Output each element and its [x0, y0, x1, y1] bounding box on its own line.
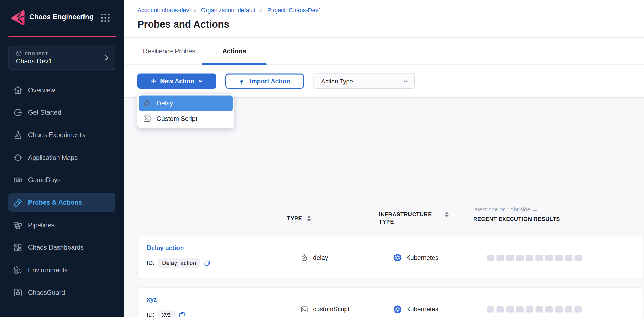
action-name-link[interactable]: Delay action — [147, 244, 184, 252]
id-label: ID: — [147, 311, 154, 317]
execution-placeholder-square — [497, 306, 504, 312]
upload-icon — [239, 78, 246, 84]
project-selector[interactable]: PROJECT Chaos-Dev1 — [8, 46, 115, 70]
recent-execution-placeholders — [487, 288, 582, 317]
stopwatch-icon — [301, 254, 308, 262]
plus-icon — [150, 78, 157, 84]
sidebar-item-label: ChaosGuard — [28, 289, 65, 296]
execution-placeholder-square — [506, 255, 514, 261]
chevron-right-icon — [259, 8, 264, 12]
target-icon — [13, 153, 23, 163]
action-id-value: xyz — [158, 310, 175, 317]
infrastructure-value: Kubernetes — [406, 254, 439, 261]
sort-icon — [445, 212, 449, 218]
sidebar-item-label: Probes & Actions — [28, 199, 82, 206]
execution-placeholder-square — [545, 306, 553, 312]
sidebar-item-label: Chaos Experiments — [28, 131, 85, 139]
execution-placeholder-square — [526, 306, 534, 312]
lock-icon — [13, 288, 23, 297]
execution-placeholder-square — [526, 255, 534, 261]
execution-placeholder-square — [487, 255, 495, 261]
copy-icon[interactable] — [204, 260, 211, 267]
stopwatch-icon — [143, 99, 151, 107]
type-value: delay — [313, 254, 328, 261]
execution-placeholder-square — [555, 306, 563, 312]
sidebar: Chaos Engineering PROJECT Chaos-Dev1 — [0, 0, 124, 317]
sidebar-item-chaosguard[interactable]: ChaosGuard — [8, 283, 115, 302]
sidebar-header: Chaos Engineering — [0, 0, 124, 36]
sidebar-item-chaos-experiments[interactable]: Chaos Experiments — [8, 126, 115, 144]
sort-icon — [307, 216, 311, 222]
sidebar-item-label: Environments — [28, 267, 68, 274]
new-action-button[interactable]: New Action — [137, 74, 216, 89]
chevron-right-icon — [103, 54, 110, 62]
sidebar-item-label: GameDays — [28, 176, 61, 184]
execution-placeholder-square — [565, 306, 573, 312]
action-type-select[interactable]: Action Type — [314, 73, 415, 89]
pipeline-icon — [13, 220, 23, 230]
menu-item-delay[interactable]: Delay — [139, 96, 233, 111]
execution-placeholder-square — [536, 306, 543, 312]
column-header-results: latest one on right side → RECENT EXECUT… — [473, 206, 560, 222]
recent-execution-placeholders — [487, 236, 582, 279]
breadcrumb-organization-link[interactable]: Organization: default — [201, 7, 256, 14]
chevron-down-icon — [198, 79, 203, 84]
execution-placeholder-square — [516, 255, 524, 261]
tab-bar: Resilience Probes Actions — [124, 38, 644, 65]
flask-icon — [13, 130, 23, 140]
import-action-button[interactable]: Import Action — [225, 74, 304, 89]
sidebar-item-environments[interactable]: Environments — [8, 261, 115, 280]
breadcrumb-project-link[interactable]: Project: Chaos-Dev1 — [267, 7, 322, 14]
sidebar-item-gamedays[interactable]: GameDays — [8, 171, 115, 189]
execution-placeholder-square — [545, 255, 553, 261]
chevron-down-icon — [402, 78, 409, 84]
main-content: Account: chaos-dev Organization: default… — [124, 0, 644, 317]
actions-table: TYPE INFRASTRUCTURE TYPE latest one on r… — [124, 97, 644, 317]
action-type-value: Action Type — [321, 77, 402, 85]
project-name: Chaos-Dev1 — [16, 58, 52, 65]
new-action-label: New Action — [160, 77, 194, 85]
tab-actions[interactable]: Actions — [202, 38, 267, 65]
execution-placeholder-square — [506, 306, 514, 312]
home-icon — [13, 85, 23, 95]
sidebar-item-probes-actions[interactable]: Probes & Actions — [8, 193, 115, 212]
id-label: ID: — [147, 260, 154, 266]
execution-placeholder-square — [536, 255, 543, 261]
breadcrumb-account-link[interactable]: Account: chaos-dev — [137, 7, 189, 14]
sidebar-item-overview[interactable]: Overview — [8, 81, 115, 100]
sidebar-item-chaos-dashboards[interactable]: Chaos Dashboards — [8, 238, 115, 257]
type-cell: customScript — [301, 288, 350, 317]
table-row: Delay action ID: Delay_action delay — [137, 236, 644, 279]
app-title: Chaos Engineering — [29, 13, 94, 21]
action-id-value: Delay_action — [158, 258, 200, 268]
sidebar-item-application-maps[interactable]: Application Maps — [8, 148, 115, 167]
tab-resilience-probes[interactable]: Resilience Probes — [137, 38, 202, 65]
column-header-type[interactable]: TYPE — [287, 215, 311, 222]
sidebar-item-pipelines[interactable]: Pipelines — [8, 216, 115, 235]
action-name-link[interactable]: xyz — [147, 296, 157, 303]
gamepad-icon — [13, 175, 23, 185]
execution-placeholder-square — [575, 255, 582, 261]
type-value: customScript — [313, 306, 349, 313]
page-title: Probes and Actions — [137, 19, 229, 30]
kubernetes-icon — [393, 305, 402, 314]
copy-icon[interactable] — [179, 311, 186, 317]
column-header-infrastructure[interactable]: INFRASTRUCTURE TYPE — [379, 211, 463, 226]
menu-item-label: Custom Script — [157, 115, 198, 122]
menu-item-custom-script[interactable]: Custom Script — [139, 111, 233, 127]
import-action-label: Import Action — [250, 77, 290, 85]
menu-item-label: Delay — [157, 100, 173, 107]
app-window: Chaos Engineering PROJECT Chaos-Dev1 — [0, 0, 644, 317]
sidebar-item-get-started[interactable]: Get Started — [8, 103, 115, 122]
table-row: xyz ID: xyz customScript — [137, 287, 644, 317]
sidebar-item-label: Overview — [28, 87, 55, 94]
execution-placeholder-square — [575, 306, 582, 312]
type-header-label: TYPE — [287, 215, 302, 221]
kubernetes-icon — [393, 253, 402, 262]
infrastructure-header-label: INFRASTRUCTURE TYPE — [379, 211, 440, 226]
brand-divider — [9, 36, 117, 37]
module-switcher-grid-icon[interactable] — [101, 14, 110, 22]
dashboard-icon — [13, 243, 23, 253]
sidebar-item-label: Application Maps — [28, 154, 78, 161]
new-action-menu: Delay Custom Script — [137, 94, 234, 128]
